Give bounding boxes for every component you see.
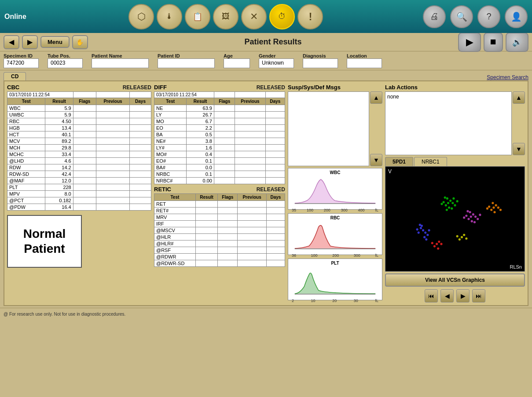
nav-next-button[interactable]: ▶: [456, 289, 470, 302]
table-row: EO#0.1: [154, 158, 285, 164]
view-vcs-button[interactable]: View All VCSn Graphics: [385, 273, 525, 287]
retic-col-test: Test: [154, 194, 196, 201]
svg-point-43: [497, 207, 499, 209]
user-button[interactable]: 👤: [505, 5, 528, 28]
svg-point-58: [465, 237, 467, 240]
action-button[interactable]: ✋: [72, 35, 88, 49]
print-button[interactable]: 🖨: [423, 5, 446, 28]
table-row: @MSCV: [154, 227, 285, 234]
svg-point-36: [463, 216, 465, 219]
search-button[interactable]: 🔍: [450, 5, 473, 28]
cd-tab[interactable]: CD: [4, 72, 26, 80]
nav-last-button[interactable]: ⏭: [472, 289, 485, 302]
svg-point-35: [477, 218, 479, 220]
cbc-col-flags: Flags: [73, 98, 96, 105]
svg-point-28: [470, 215, 472, 218]
patient-name-label: Patient Name: [92, 53, 149, 58]
lab-actions-content: none: [387, 94, 399, 100]
diagnosis-label: Diagnosis: [303, 53, 338, 58]
wbc-chart-svg: [290, 176, 380, 207]
svg-point-42: [490, 209, 492, 211]
lab-actions-section: Lab Actions none ▲ ▼: [385, 84, 525, 155]
table-row: HGB13.4: [7, 125, 151, 131]
svg-point-21: [454, 204, 456, 206]
gauge-button[interactable]: ⏱: [269, 4, 295, 29]
thermometer-button[interactable]: 🌡: [157, 4, 182, 29]
cbc-status: RELEASED: [123, 84, 151, 91]
lab-scroll-up[interactable]: ▲: [513, 91, 525, 104]
table-row: @HLR: [154, 234, 285, 240]
table-row: LY#1.6: [154, 145, 285, 151]
nav-prev-button[interactable]: ◀: [440, 289, 454, 302]
back-button[interactable]: ◀: [4, 35, 19, 49]
diff-col-flags: Flags: [214, 98, 235, 105]
svg-point-52: [440, 243, 442, 245]
specimen-search-link[interactable]: Specimen Search: [487, 74, 528, 80]
svg-point-39: [479, 214, 481, 216]
vcs-tab-5pd1[interactable]: 5PD1: [385, 157, 413, 166]
play-button[interactable]: ▶: [458, 33, 481, 52]
patient-name-value[interactable]: [92, 58, 149, 68]
specimen-id-value[interactable]: 747200: [4, 58, 39, 68]
wbc-chart: WBC 35100200300400fL: [288, 168, 382, 210]
tube-pos-label: Tube Pos.: [48, 53, 83, 58]
vcs-tab-nrbc1[interactable]: NRBC1: [414, 157, 447, 166]
plt-chart-title: PLT: [290, 261, 380, 266]
patient-id-value[interactable]: [158, 58, 215, 68]
help-button[interactable]: ?: [477, 5, 500, 28]
location-label: Location: [347, 53, 382, 58]
table-row: RET#: [154, 208, 285, 214]
cancel-button[interactable]: ✕: [241, 4, 267, 29]
image-button[interactable]: 🖼: [213, 4, 238, 29]
location-value[interactable]: [347, 58, 382, 68]
stop-button[interactable]: ⏹: [484, 33, 503, 52]
top-toolbar: Online ⬡ 🌡 📋 🖼 ✕ ⏱ ! 🖨 🔍 ? 👤: [0, 0, 532, 33]
table-row: MPV8.0: [7, 191, 151, 197]
svg-point-6: [426, 234, 429, 236]
gender-label: Gender: [259, 53, 294, 58]
specimen-info: Specimen ID 747200 Tube Pos. 00023 Patie…: [0, 51, 532, 70]
diagnosis-value[interactable]: [303, 58, 338, 68]
tube-pos-value[interactable]: 00023: [48, 58, 83, 68]
table-row: IRF: [154, 221, 285, 227]
nav-first-button[interactable]: ⏮: [425, 289, 438, 302]
table-row: MCV89.2: [7, 138, 151, 145]
gender-value[interactable]: Unknown: [259, 58, 294, 68]
svg-point-20: [446, 197, 448, 200]
3d-button[interactable]: ⬡: [128, 4, 154, 29]
plt-chart-svg: [290, 266, 380, 297]
susp-scroll-down[interactable]: ▼: [370, 154, 382, 166]
age-value[interactable]: [224, 58, 250, 68]
rbc-chart-svg: [290, 221, 380, 252]
rbc-chart-axis: 36100200300fL: [290, 253, 380, 258]
susp-scroll-up[interactable]: ▲: [370, 91, 382, 104]
clipboard-button[interactable]: 📋: [185, 4, 210, 29]
svg-point-26: [446, 209, 448, 211]
table-row: @RDWR-SD: [154, 260, 285, 267]
table-row: @LHD4.6: [7, 158, 151, 164]
svg-point-53: [431, 242, 433, 244]
vcs-nav-buttons: ⏮ ◀ ▶ ⏭: [385, 289, 525, 302]
normal-line2: Patient: [24, 242, 65, 255]
table-row: WBC5.9: [7, 105, 151, 112]
navigation-bar: ◀ ▶ Menu ✋ Patient Results ▶ ⏹ 🔊: [0, 33, 532, 51]
svg-point-14: [447, 202, 449, 204]
alert-button[interactable]: !: [297, 4, 323, 29]
table-row: BA#0.0: [154, 164, 285, 171]
table-row: UWBC5.9: [7, 112, 151, 118]
diff-col-result: Result: [187, 98, 214, 105]
lab-scroll-down[interactable]: ▼: [513, 143, 525, 155]
volume-button[interactable]: 🔊: [506, 33, 528, 52]
svg-point-24: [444, 197, 446, 199]
svg-point-3: [422, 229, 424, 231]
table-row: PLT228: [7, 184, 151, 191]
age-field: Age: [224, 53, 250, 68]
toolbar-center: ⬡ 🌡 📋 🖼 ✕ ⏱ !: [33, 4, 418, 29]
table-row: RET: [154, 201, 285, 208]
retic-section: RETIC RELEASED Test Result Flags Previou…: [154, 186, 285, 267]
svg-point-15: [449, 200, 451, 202]
menu-button[interactable]: Menu: [40, 36, 70, 48]
normal-patient-text: Normal Patient: [23, 226, 66, 256]
svg-point-10: [428, 229, 430, 231]
forward-button[interactable]: ▶: [22, 35, 38, 49]
